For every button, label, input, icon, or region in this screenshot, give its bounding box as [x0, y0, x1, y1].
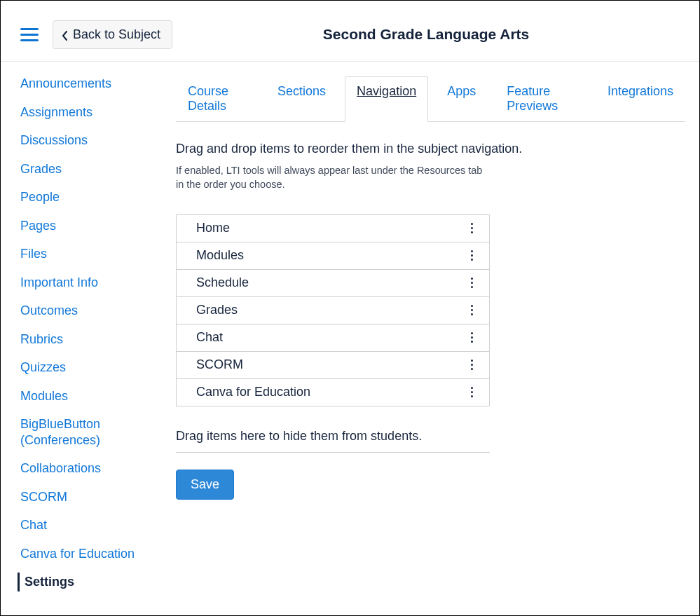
- sidebar-item[interactable]: Settings: [20, 574, 149, 590]
- kebab-menu-icon[interactable]: [465, 248, 478, 263]
- nav-item-label: Grades: [196, 303, 238, 317]
- sidebar-item[interactable]: Collaborations: [20, 460, 149, 477]
- sub-instructions-text: If enabled, LTI tools will always appear…: [176, 163, 484, 192]
- nav-item-label: Modules: [196, 248, 244, 263]
- nav-list-item[interactable]: Canva for Education: [177, 378, 489, 406]
- hamburger-menu-icon[interactable]: [20, 25, 39, 43]
- sidebar-item[interactable]: Grades: [20, 161, 149, 177]
- nav-list-item[interactable]: SCORM: [177, 351, 489, 378]
- kebab-menu-icon[interactable]: [465, 303, 478, 318]
- sidebar-item[interactable]: Quizzes: [20, 360, 149, 376]
- page-header: Back to Subject Second Grade Language Ar…: [1, 1, 699, 62]
- nav-item-label: SCORM: [196, 357, 243, 372]
- kebab-menu-icon[interactable]: [465, 275, 478, 291]
- sidebar-item[interactable]: Files: [20, 246, 149, 262]
- kebab-menu-icon[interactable]: [465, 385, 478, 400]
- nav-list-item[interactable]: Home: [177, 214, 489, 242]
- sidebar-item[interactable]: Discussions: [20, 132, 149, 149]
- sidebar-item[interactable]: Announcements: [20, 76, 149, 92]
- settings-tabs: Course DetailsSectionsNavigationAppsFeat…: [176, 76, 685, 122]
- nav-list-item[interactable]: Schedule: [177, 269, 489, 296]
- sidebar-item[interactable]: People: [20, 189, 149, 205]
- back-button-label: Back to Subject: [73, 27, 160, 42]
- nav-list-item[interactable]: Grades: [177, 296, 489, 324]
- nav-list-item[interactable]: Modules: [177, 242, 489, 269]
- sidebar-item[interactable]: Rubrics: [20, 331, 149, 348]
- tab[interactable]: Course Details: [176, 76, 259, 122]
- sidebar-item[interactable]: Chat: [20, 517, 149, 533]
- nav-item-label: Canva for Education: [196, 385, 310, 399]
- hide-items-label: Drag items here to hide them from studen…: [176, 429, 490, 453]
- sidebar-item[interactable]: Important Info: [20, 275, 149, 291]
- sidebar-item[interactable]: Outcomes: [20, 303, 149, 319]
- kebab-menu-icon[interactable]: [465, 357, 478, 373]
- sidebar-item[interactable]: Canva for Education: [20, 546, 149, 562]
- course-sidebar: AnnouncementsAssignmentsDiscussionsGrade…: [1, 76, 155, 590]
- instructions-text: Drag and drop items to reorder them in t…: [176, 142, 685, 156]
- tab[interactable]: Sections: [266, 76, 338, 122]
- settings-main: Course DetailsSectionsNavigationAppsFeat…: [155, 76, 699, 590]
- kebab-menu-icon[interactable]: [465, 330, 478, 345]
- nav-item-label: Schedule: [196, 275, 249, 290]
- tab[interactable]: Navigation: [345, 76, 428, 122]
- tab[interactable]: Integrations: [596, 76, 685, 122]
- save-button[interactable]: Save: [176, 470, 234, 500]
- nav-item-label: Home: [196, 221, 230, 235]
- sidebar-item[interactable]: BigBlueButton (Conferences): [20, 416, 149, 448]
- tab[interactable]: Apps: [435, 76, 488, 122]
- kebab-menu-icon[interactable]: [465, 221, 478, 236]
- tab[interactable]: Feature Previews: [495, 76, 589, 122]
- chevron-left-icon: [62, 29, 69, 39]
- nav-item-label: Chat: [196, 330, 223, 345]
- sidebar-item[interactable]: Pages: [20, 218, 149, 234]
- back-to-subject-button[interactable]: Back to Subject: [53, 20, 172, 49]
- navigation-items-list: HomeModulesScheduleGradesChatSCORMCanva …: [176, 214, 490, 406]
- sidebar-item[interactable]: Assignments: [20, 104, 149, 121]
- sidebar-item[interactable]: SCORM: [20, 489, 149, 505]
- course-title: Second Grade Language Arts: [172, 26, 680, 43]
- sidebar-item[interactable]: Modules: [20, 388, 149, 404]
- nav-list-item[interactable]: Chat: [177, 324, 489, 351]
